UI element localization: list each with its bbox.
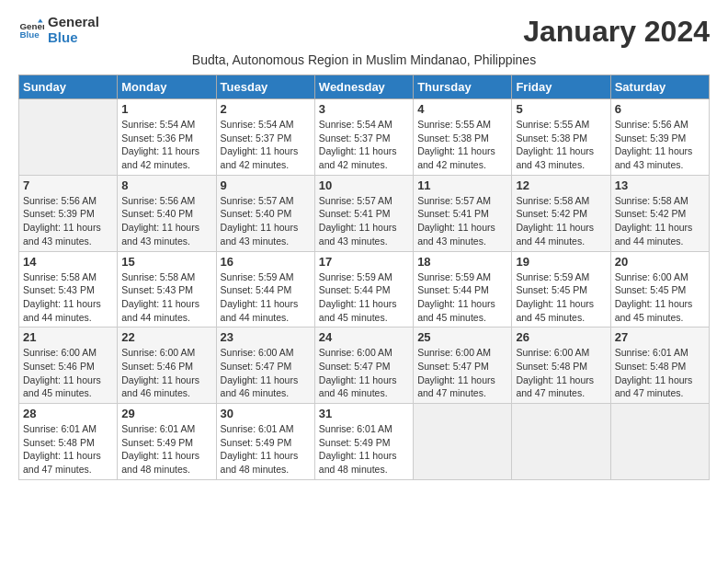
day-number: 24 [319, 330, 409, 344]
day-info: Sunrise: 6:00 AMSunset: 5:48 PMDaylight:… [516, 346, 606, 400]
day-number: 9 [221, 178, 311, 192]
day-number: 29 [121, 407, 211, 420]
day-cell: 11Sunrise: 5:57 AMSunset: 5:41 PMDayligh… [414, 175, 512, 251]
day-number: 23 [221, 330, 311, 344]
day-cell: 6Sunrise: 5:56 AMSunset: 5:39 PMDaylight… [610, 99, 709, 176]
day-cell: 25Sunrise: 6:00 AMSunset: 5:47 PMDayligh… [414, 327, 512, 404]
day-info: Sunrise: 6:00 AMSunset: 5:46 PMDaylight:… [121, 346, 211, 400]
logo-line1: General [48, 15, 99, 30]
day-info: Sunrise: 5:58 AMSunset: 5:42 PMDaylight:… [516, 194, 606, 248]
day-info: Sunrise: 6:01 AMSunset: 5:49 PMDaylight:… [319, 422, 409, 477]
header-cell-tuesday: Tuesday [216, 75, 314, 99]
day-info: Sunrise: 6:01 AMSunset: 5:49 PMDaylight:… [221, 422, 311, 477]
logo: General Blue General Blue [18, 15, 99, 45]
logo-line2: Blue [48, 30, 99, 46]
day-info: Sunrise: 5:59 AMSunset: 5:44 PMDaylight:… [221, 270, 311, 325]
day-number: 14 [23, 255, 113, 269]
day-cell [19, 99, 118, 176]
week-row-3: 14Sunrise: 5:58 AMSunset: 5:43 PMDayligh… [19, 251, 710, 327]
day-info: Sunrise: 5:57 AMSunset: 5:41 PMDaylight:… [319, 194, 409, 248]
week-row-2: 7Sunrise: 5:56 AMSunset: 5:39 PMDaylight… [19, 175, 710, 251]
day-number: 11 [417, 178, 507, 192]
day-number: 31 [319, 407, 409, 420]
day-info: Sunrise: 6:01 AMSunset: 5:48 PMDaylight:… [615, 346, 705, 400]
day-info: Sunrise: 5:57 AMSunset: 5:40 PMDaylight:… [221, 194, 311, 248]
day-info: Sunrise: 5:59 AMSunset: 5:44 PMDaylight:… [319, 270, 409, 325]
day-number: 17 [319, 255, 409, 269]
day-cell: 19Sunrise: 5:59 AMSunset: 5:45 PMDayligh… [512, 251, 610, 327]
day-info: Sunrise: 5:58 AMSunset: 5:43 PMDaylight:… [121, 270, 211, 325]
day-number: 27 [615, 330, 705, 344]
day-number: 30 [221, 407, 311, 420]
day-info: Sunrise: 6:00 AMSunset: 5:47 PMDaylight:… [221, 346, 311, 400]
day-cell: 30Sunrise: 6:01 AMSunset: 5:49 PMDayligh… [216, 404, 314, 480]
day-cell: 12Sunrise: 5:58 AMSunset: 5:42 PMDayligh… [512, 175, 610, 251]
day-cell: 7Sunrise: 5:56 AMSunset: 5:39 PMDaylight… [19, 175, 118, 251]
title-block: January 2024 [523, 15, 710, 49]
day-info: Sunrise: 5:59 AMSunset: 5:45 PMDaylight:… [516, 270, 606, 325]
day-number: 3 [319, 102, 409, 116]
subtitle: Budta, Autonomous Region in Muslim Minda… [18, 52, 710, 67]
day-number: 28 [23, 407, 113, 420]
header-row: SundayMondayTuesdayWednesdayThursdayFrid… [19, 75, 710, 99]
day-number: 26 [516, 330, 606, 344]
day-info: Sunrise: 5:56 AMSunset: 5:39 PMDaylight:… [23, 194, 113, 248]
day-cell [512, 404, 610, 480]
day-cell [610, 404, 709, 480]
day-info: Sunrise: 5:57 AMSunset: 5:41 PMDaylight:… [417, 194, 507, 248]
header-cell-monday: Monday [118, 75, 216, 99]
day-cell: 8Sunrise: 5:56 AMSunset: 5:40 PMDaylight… [118, 175, 216, 251]
day-info: Sunrise: 5:59 AMSunset: 5:44 PMDaylight:… [417, 270, 507, 325]
day-info: Sunrise: 5:54 AMSunset: 5:36 PMDaylight:… [121, 118, 211, 172]
svg-text:Blue: Blue [19, 29, 40, 40]
day-cell: 13Sunrise: 5:58 AMSunset: 5:42 PMDayligh… [610, 175, 709, 251]
day-info: Sunrise: 6:01 AMSunset: 5:49 PMDaylight:… [121, 422, 211, 477]
header-cell-sunday: Sunday [19, 75, 118, 99]
day-number: 25 [417, 330, 507, 344]
day-info: Sunrise: 5:58 AMSunset: 5:42 PMDaylight:… [615, 194, 705, 248]
day-cell: 5Sunrise: 5:55 AMSunset: 5:38 PMDaylight… [512, 99, 610, 176]
day-info: Sunrise: 5:54 AMSunset: 5:37 PMDaylight:… [319, 118, 409, 172]
day-info: Sunrise: 6:00 AMSunset: 5:47 PMDaylight:… [319, 346, 409, 400]
day-info: Sunrise: 6:00 AMSunset: 5:46 PMDaylight:… [23, 346, 113, 400]
day-cell: 1Sunrise: 5:54 AMSunset: 5:36 PMDaylight… [118, 99, 216, 176]
header-cell-thursday: Thursday [414, 75, 512, 99]
day-number: 19 [516, 255, 606, 269]
day-number: 10 [319, 178, 409, 192]
day-cell: 2Sunrise: 5:54 AMSunset: 5:37 PMDaylight… [216, 99, 314, 176]
day-cell: 9Sunrise: 5:57 AMSunset: 5:40 PMDaylight… [216, 175, 314, 251]
day-info: Sunrise: 6:01 AMSunset: 5:48 PMDaylight:… [23, 422, 113, 477]
logo-icon: General Blue [18, 17, 44, 43]
week-row-4: 21Sunrise: 6:00 AMSunset: 5:46 PMDayligh… [19, 327, 710, 404]
header-cell-friday: Friday [512, 75, 610, 99]
day-number: 2 [221, 102, 311, 116]
day-info: Sunrise: 6:00 AMSunset: 5:47 PMDaylight:… [417, 346, 507, 400]
week-row-5: 28Sunrise: 6:01 AMSunset: 5:48 PMDayligh… [19, 404, 710, 480]
calendar-table: SundayMondayTuesdayWednesdayThursdayFrid… [18, 75, 710, 480]
day-cell: 29Sunrise: 6:01 AMSunset: 5:49 PMDayligh… [118, 404, 216, 480]
day-cell: 10Sunrise: 5:57 AMSunset: 5:41 PMDayligh… [314, 175, 413, 251]
day-number: 16 [221, 255, 311, 269]
day-info: Sunrise: 5:54 AMSunset: 5:37 PMDaylight:… [221, 118, 311, 172]
day-number: 1 [121, 102, 211, 116]
day-cell: 23Sunrise: 6:00 AMSunset: 5:47 PMDayligh… [216, 327, 314, 404]
day-number: 7 [23, 178, 113, 192]
header-cell-wednesday: Wednesday [314, 75, 413, 99]
day-cell: 18Sunrise: 5:59 AMSunset: 5:44 PMDayligh… [414, 251, 512, 327]
day-number: 15 [121, 255, 211, 269]
day-number: 20 [615, 255, 705, 269]
day-number: 5 [516, 102, 606, 116]
day-cell: 26Sunrise: 6:00 AMSunset: 5:48 PMDayligh… [512, 327, 610, 404]
day-cell: 31Sunrise: 6:01 AMSunset: 5:49 PMDayligh… [314, 404, 413, 480]
day-info: Sunrise: 5:55 AMSunset: 5:38 PMDaylight:… [417, 118, 507, 172]
day-number: 18 [417, 255, 507, 269]
day-cell: 14Sunrise: 5:58 AMSunset: 5:43 PMDayligh… [19, 251, 118, 327]
day-cell: 27Sunrise: 6:01 AMSunset: 5:48 PMDayligh… [610, 327, 709, 404]
day-info: Sunrise: 5:55 AMSunset: 5:38 PMDaylight:… [516, 118, 606, 172]
day-cell: 4Sunrise: 5:55 AMSunset: 5:38 PMDaylight… [414, 99, 512, 176]
day-cell [414, 404, 512, 480]
day-number: 4 [417, 102, 507, 116]
day-cell: 24Sunrise: 6:00 AMSunset: 5:47 PMDayligh… [314, 327, 413, 404]
day-cell: 28Sunrise: 6:01 AMSunset: 5:48 PMDayligh… [19, 404, 118, 480]
day-number: 13 [615, 178, 705, 192]
